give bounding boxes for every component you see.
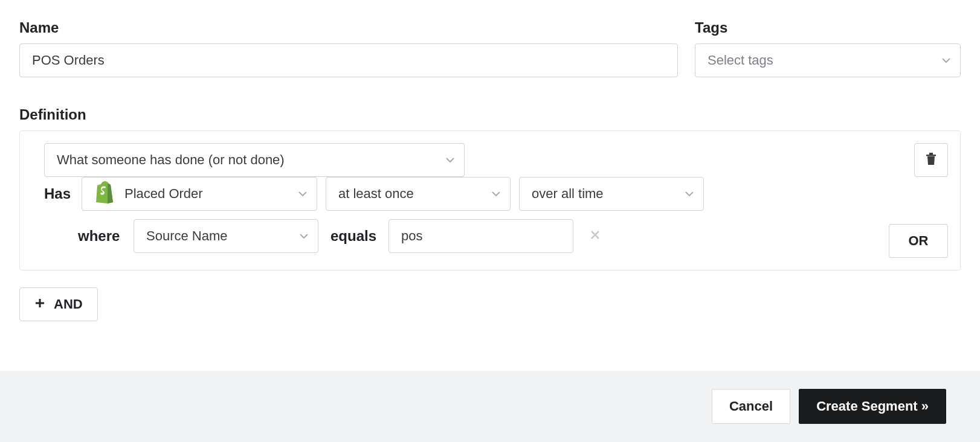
chevron-down-icon xyxy=(685,191,694,197)
event-select[interactable]: Placed Order xyxy=(82,177,317,211)
or-button[interactable]: OR xyxy=(889,224,948,258)
name-label: Name xyxy=(19,19,678,36)
definition-card: What someone has done (or not done) Has xyxy=(19,130,961,271)
tags-label: Tags xyxy=(695,19,961,36)
condition-type-select[interactable]: What someone has done (or not done) xyxy=(44,143,465,177)
property-select[interactable]: Source Name xyxy=(134,219,318,253)
create-segment-button[interactable]: Create Segment » xyxy=(799,389,946,424)
footer-bar: Cancel Create Segment » xyxy=(0,371,980,442)
plus-icon xyxy=(34,296,45,312)
and-button-label: AND xyxy=(54,296,83,312)
where-label: where xyxy=(78,228,125,245)
property-value: Source Name xyxy=(146,228,228,244)
chevron-down-icon xyxy=(492,191,500,197)
chevron-down-icon xyxy=(298,191,307,197)
trash-icon xyxy=(925,152,937,168)
cancel-button[interactable]: Cancel xyxy=(712,389,790,424)
has-label: Has xyxy=(44,185,73,202)
delete-condition-button[interactable] xyxy=(914,143,948,177)
definition-label: Definition xyxy=(19,106,961,123)
timeframe-select[interactable]: over all time xyxy=(519,177,704,211)
or-button-label: OR xyxy=(909,233,929,249)
timeframe-value: over all time xyxy=(532,186,604,202)
name-input[interactable] xyxy=(19,43,678,77)
cancel-label: Cancel xyxy=(729,399,773,414)
condition-type-value: What someone has done (or not done) xyxy=(57,152,285,168)
chevron-down-icon xyxy=(446,157,454,163)
svg-rect-0 xyxy=(926,155,936,156)
close-icon xyxy=(590,229,601,243)
svg-rect-1 xyxy=(929,153,933,155)
tags-select[interactable]: Select tags xyxy=(695,43,961,77)
chevron-down-icon xyxy=(300,233,308,239)
operator-label: equals xyxy=(327,228,380,245)
create-label: Create Segment » xyxy=(816,399,929,414)
remove-filter-button[interactable] xyxy=(585,226,605,246)
and-button[interactable]: AND xyxy=(19,287,98,321)
chevron-down-icon xyxy=(942,57,950,63)
frequency-select[interactable]: at least once xyxy=(326,177,511,211)
event-value: Placed Order xyxy=(124,186,203,202)
tags-placeholder: Select tags xyxy=(708,53,773,68)
property-value-input[interactable] xyxy=(388,219,573,253)
shopify-icon xyxy=(94,181,115,207)
frequency-value: at least once xyxy=(338,186,414,202)
